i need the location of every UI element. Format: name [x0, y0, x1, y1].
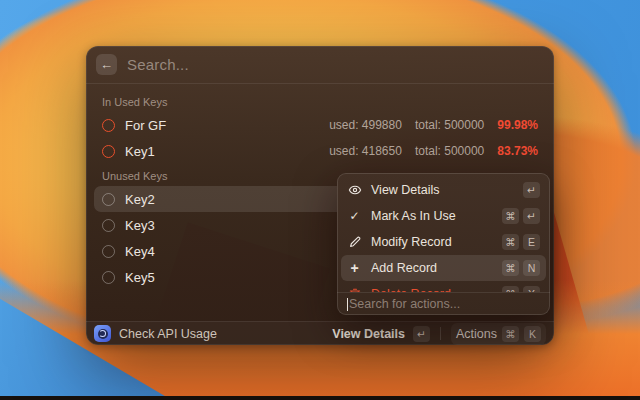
- text-caret: [347, 298, 348, 311]
- shortcut-keys: ⌘N: [502, 260, 540, 276]
- actions-menu: View Details↵✓Mark As In Use⌘↵Modify Rec…: [337, 173, 550, 315]
- key-name: Key1: [125, 144, 319, 159]
- primary-action-button[interactable]: View Details: [332, 327, 405, 341]
- key-status-ring-icon-active: [102, 119, 115, 132]
- check-icon: ✓: [347, 209, 362, 223]
- key-row[interactable]: Key1used: 418650total: 50000083.73%: [94, 138, 546, 164]
- eye-icon: [347, 183, 362, 197]
- key-badge: N: [523, 260, 540, 276]
- usage-percent: 99.98%: [497, 118, 538, 132]
- usage-stats: used: 499880total: 50000099.98%: [329, 118, 538, 132]
- search-input[interactable]: Search...: [127, 56, 189, 73]
- key-badge: ⌘: [502, 208, 519, 224]
- used-count: used: 418650: [329, 144, 402, 158]
- statusbar-divider: [440, 327, 441, 340]
- search-header: ← Search...: [86, 46, 554, 84]
- total-count: total: 500000: [415, 144, 484, 158]
- key-status-ring-icon: [102, 271, 115, 284]
- menu-item-label: View Details: [371, 183, 514, 197]
- k-key-icon: K: [524, 326, 541, 342]
- section-title: In Used Keys: [102, 96, 546, 109]
- key-badge: ↵: [523, 182, 540, 198]
- shortcut-keys: ⌘↵: [502, 208, 540, 224]
- app-name: Check API Usage: [119, 327, 324, 341]
- key-status-ring-icon: [102, 193, 115, 206]
- actions-menu-list: View Details↵✓Mark As In Use⌘↵Modify Rec…: [337, 173, 550, 292]
- usage-percent: 83.73%: [497, 144, 538, 158]
- menu-item-view-details[interactable]: View Details↵: [341, 177, 546, 203]
- back-button[interactable]: ←: [96, 54, 117, 75]
- menu-item-label: Modify Record: [371, 235, 493, 249]
- key-badge: ⌘: [502, 234, 519, 250]
- app-logo-icon: [94, 325, 111, 342]
- total-count: total: 500000: [415, 118, 484, 132]
- actions-label: Actions: [456, 327, 497, 341]
- menu-item-label: Add Record: [371, 261, 493, 275]
- menu-item-add-record[interactable]: +Add Record⌘N: [341, 255, 546, 281]
- key-row[interactable]: For GFused: 499880total: 50000099.98%: [94, 112, 546, 138]
- return-key-icon: ↵: [413, 326, 430, 342]
- key-name: For GF: [125, 118, 319, 133]
- actions-button[interactable]: Actions ⌘ K: [451, 323, 546, 345]
- shortcut-keys: ↵: [523, 182, 540, 198]
- used-count: used: 499880: [329, 118, 402, 132]
- menu-item-delete-record[interactable]: Delete Record⌘X: [341, 281, 546, 292]
- key-badge: ↵: [523, 208, 540, 224]
- key-badge: ⌘: [502, 260, 519, 276]
- background-window-strip: [0, 396, 640, 400]
- plus-icon: +: [347, 261, 362, 275]
- status-bar: Check API Usage View Details ↵ Actions ⌘…: [86, 321, 554, 345]
- cmd-key-icon: ⌘: [502, 326, 519, 342]
- pencil-icon: [347, 235, 362, 249]
- menu-item-label: Mark As In Use: [371, 209, 493, 223]
- key-badge: E: [523, 234, 540, 250]
- key-status-ring-icon: [102, 219, 115, 232]
- desktop: ← Search... In Used KeysFor GFused: 4998…: [0, 0, 640, 400]
- back-arrow-icon: ←: [100, 57, 113, 72]
- actions-search-input[interactable]: Search for actions...: [337, 293, 550, 315]
- key-status-ring-icon: [102, 245, 115, 258]
- shortcut-keys: ⌘E: [502, 234, 540, 250]
- key-status-ring-icon-active: [102, 145, 115, 158]
- menu-item-modify-record[interactable]: Modify Record⌘E: [341, 229, 546, 255]
- menu-item-mark-as-in-use[interactable]: ✓Mark As In Use⌘↵: [341, 203, 546, 229]
- usage-stats: used: 418650total: 50000083.73%: [329, 144, 538, 158]
